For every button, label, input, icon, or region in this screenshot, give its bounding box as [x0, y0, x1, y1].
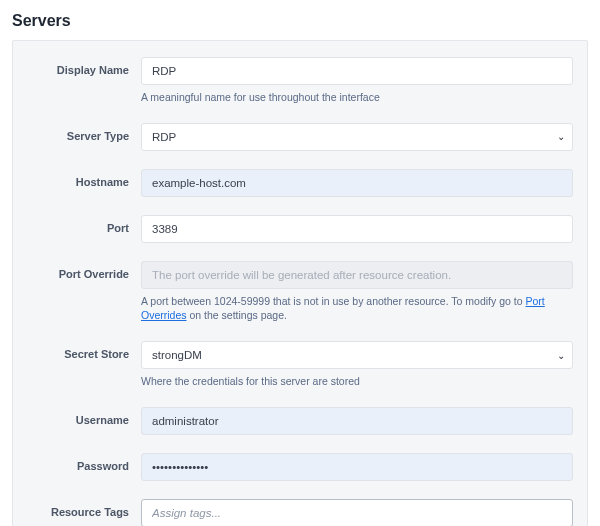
hint-port-override: A port between 1024-59999 that is not in… [141, 294, 573, 323]
label-display-name: Display Name [27, 57, 141, 77]
label-server-type: Server Type [27, 123, 141, 143]
label-port-override: Port Override [27, 261, 141, 281]
page-title: Servers [12, 12, 588, 30]
label-hostname: Hostname [27, 169, 141, 189]
hint-secret-store: Where the credentials for this server ar… [141, 374, 573, 389]
label-port: Port [27, 215, 141, 235]
label-username: Username [27, 407, 141, 427]
label-secret-store: Secret Store [27, 341, 141, 361]
port-input[interactable] [141, 215, 573, 243]
label-password: Password [27, 453, 141, 473]
form-panel: Display Name A meaningful name for use t… [12, 40, 588, 526]
hint-port-override-post: on the settings page. [187, 309, 287, 321]
hint-display-name: A meaningful name for use throughout the… [141, 90, 573, 105]
row-port: Port [27, 215, 573, 243]
server-type-select[interactable]: RDP [141, 123, 573, 151]
row-username: Username [27, 407, 573, 435]
label-resource-tags: Resource Tags [27, 499, 141, 519]
display-name-input[interactable] [141, 57, 573, 85]
password-input[interactable] [141, 453, 573, 481]
row-password: Password [27, 453, 573, 481]
row-resource-tags: Resource Tags Tags are key value pairs d… [27, 499, 573, 526]
username-input[interactable] [141, 407, 573, 435]
secret-store-select[interactable]: strongDM [141, 341, 573, 369]
row-hostname: Hostname [27, 169, 573, 197]
row-port-override: Port Override A port between 1024-59999 … [27, 261, 573, 323]
row-secret-store: Secret Store strongDM ⌄ Where the creden… [27, 341, 573, 389]
row-display-name: Display Name A meaningful name for use t… [27, 57, 573, 105]
resource-tags-input[interactable] [141, 499, 573, 526]
row-server-type: Server Type RDP ⌄ [27, 123, 573, 151]
hostname-input[interactable] [141, 169, 573, 197]
hint-port-override-pre: A port between 1024-59999 that is not in… [141, 295, 525, 307]
port-override-input [141, 261, 573, 289]
